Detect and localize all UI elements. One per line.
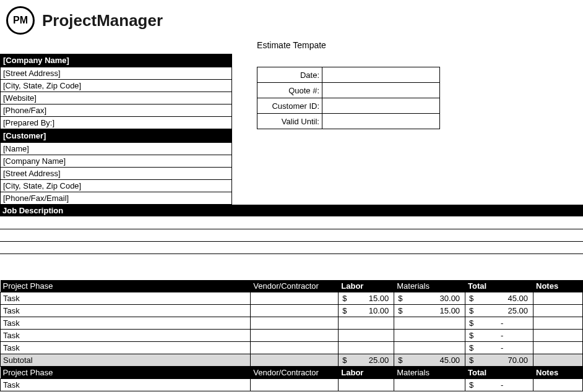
col-labor: Labor — [339, 280, 394, 292]
col-vendor: Vendor/Contractor — [251, 280, 339, 292]
phase-header-row: Project Phase Vendor/Contractor Labor Ma… — [1, 280, 583, 292]
job-description-lines — [0, 216, 583, 254]
task-materials[interactable] — [394, 330, 465, 342]
customer-city[interactable]: [City, State, Zip Code] — [1, 180, 232, 192]
job-description-header: Job Description — [0, 205, 583, 216]
task-notes[interactable] — [533, 379, 583, 391]
task-labor[interactable]: $15.00 — [339, 292, 394, 305]
task-materials[interactable] — [394, 317, 465, 330]
company-city[interactable]: [City, State, Zip Code] — [1, 80, 232, 92]
company-prepared-by[interactable]: [Prepared By:] — [1, 117, 232, 129]
phase-table-1: Project Phase Vendor/Contractor Labor Ma… — [0, 280, 583, 392]
customer-contact[interactable]: [Phone/Fax/Email] — [1, 192, 232, 205]
job-desc-line[interactable] — [0, 241, 583, 254]
task-notes[interactable] — [533, 305, 583, 317]
meta-date-value[interactable] — [322, 67, 440, 83]
task-total[interactable]: $- — [465, 379, 533, 391]
col-notes: Notes — [533, 280, 583, 292]
customer-name[interactable]: [Name] — [1, 143, 232, 155]
customer-info-table: [Name] [Company Name] [Street Address] [… — [0, 142, 232, 205]
subtotal-vendor — [251, 354, 339, 367]
col-phase: Project Phase — [1, 280, 251, 292]
task-materials[interactable] — [394, 379, 465, 391]
customer-company[interactable]: [Company Name] — [1, 155, 232, 168]
task-vendor[interactable] — [251, 292, 339, 305]
task-row: Task $10.00 $15.00 $25.00 — [1, 305, 583, 317]
page-title: Estimate Tempate — [0, 38, 583, 54]
meta-customerid-label: Customer ID: — [257, 98, 322, 114]
company-section-header: [Company Name] — [0, 54, 232, 67]
col-total: Total — [465, 280, 533, 292]
task-row: Task $- — [1, 379, 583, 391]
task-total[interactable]: $25.00 — [465, 305, 533, 317]
meta-validuntil-label: Valid Until: — [257, 114, 322, 129]
task-labor[interactable] — [339, 379, 394, 391]
task-total[interactable]: $- — [465, 317, 533, 330]
task-vendor[interactable] — [251, 317, 339, 330]
brand-header: PM ProjectManager — [0, 0, 583, 38]
brand-name: ProjectManager — [42, 11, 163, 30]
task-total[interactable]: $- — [465, 330, 533, 342]
meta-customerid-value[interactable] — [322, 98, 440, 114]
task-total[interactable]: $- — [465, 342, 533, 354]
task-row: Task $- — [1, 330, 583, 342]
task-row: Task $- — [1, 317, 583, 330]
subtotal-materials: $45.00 — [394, 354, 465, 367]
task-name[interactable]: Task — [1, 342, 251, 354]
task-labor[interactable] — [339, 330, 394, 342]
subtotal-total: $70.00 — [465, 354, 533, 367]
meta-date-label: Date: — [257, 67, 322, 83]
col-vendor: Vendor/Contractor — [251, 367, 339, 379]
task-vendor[interactable] — [251, 342, 339, 354]
subtotal-notes — [533, 354, 583, 367]
task-labor[interactable] — [339, 317, 394, 330]
task-name[interactable]: Task — [1, 330, 251, 342]
task-row: Task $- — [1, 342, 583, 354]
company-street[interactable]: [Street Address] — [1, 67, 232, 80]
phase-header-row: Project Phase Vendor/Contractor Labor Ma… — [1, 367, 583, 379]
task-total[interactable]: $45.00 — [465, 292, 533, 305]
task-materials[interactable]: $30.00 — [394, 292, 465, 305]
company-info-table: [Street Address] [City, State, Zip Code]… — [0, 67, 232, 129]
task-name[interactable]: Task — [1, 292, 251, 305]
meta-validuntil-value[interactable] — [322, 114, 440, 129]
col-phase: Project Phase — [1, 367, 251, 379]
quote-meta-table: Date: Quote #: Customer ID: Valid Until: — [257, 67, 440, 129]
task-vendor[interactable] — [251, 330, 339, 342]
task-name[interactable]: Task — [1, 379, 251, 391]
col-labor: Labor — [339, 367, 394, 379]
subtotal-label: Subtotal — [1, 354, 251, 367]
company-phone[interactable]: [Phone/Fax] — [1, 104, 232, 117]
subtotal-labor: $25.00 — [339, 354, 394, 367]
task-materials[interactable]: $15.00 — [394, 305, 465, 317]
task-vendor[interactable] — [251, 379, 339, 391]
col-total: Total — [465, 367, 533, 379]
task-labor[interactable]: $10.00 — [339, 305, 394, 317]
col-materials: Materials — [394, 367, 465, 379]
col-materials: Materials — [394, 280, 465, 292]
task-notes[interactable] — [533, 317, 583, 330]
subtotal-row: Subtotal $25.00 $45.00 $70.00 — [1, 354, 583, 367]
meta-quote-label: Quote #: — [257, 83, 322, 98]
task-vendor[interactable] — [251, 305, 339, 317]
meta-quote-value[interactable] — [322, 83, 440, 98]
job-desc-line[interactable] — [0, 216, 583, 229]
task-name[interactable]: Task — [1, 317, 251, 330]
logo-icon: PM — [6, 6, 35, 35]
task-name[interactable]: Task — [1, 305, 251, 317]
task-notes[interactable] — [533, 342, 583, 354]
customer-street[interactable]: [Street Address] — [1, 168, 232, 180]
col-notes: Notes — [533, 367, 583, 379]
task-notes[interactable] — [533, 292, 583, 305]
customer-section-header: [Customer] — [0, 129, 232, 142]
task-row: Task $15.00 $30.00 $45.00 — [1, 292, 583, 305]
task-notes[interactable] — [533, 330, 583, 342]
company-website[interactable]: [Website] — [1, 92, 232, 104]
job-desc-line[interactable] — [0, 229, 583, 241]
task-labor[interactable] — [339, 342, 394, 354]
task-materials[interactable] — [394, 342, 465, 354]
